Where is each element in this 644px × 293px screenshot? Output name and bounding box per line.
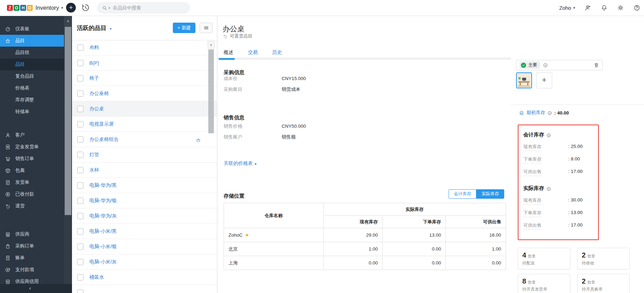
list-item[interactable]: 电脑-小米/灰 xyxy=(72,254,217,270)
sidebar-item[interactable]: 供应商 xyxy=(0,228,64,240)
item-checkbox[interactable] xyxy=(77,290,83,293)
quick-add-button[interactable]: + xyxy=(66,3,76,13)
recent-history-button[interactable] xyxy=(81,3,90,12)
item-name-link[interactable]: 办公桌 xyxy=(89,106,104,112)
item-name-link[interactable]: 办公座椅 xyxy=(89,90,109,97)
list-item[interactable]: 电脑-华为/银 xyxy=(72,193,217,208)
item-name-link[interactable]: 电脑-小米/银 xyxy=(89,244,117,250)
list-item[interactable]: 办公桌 xyxy=(72,101,217,117)
opening-stock-link[interactable]: 期初库存 xyxy=(526,110,545,116)
list-filter-dropdown[interactable]: 活跃的品目 ▾ xyxy=(77,24,112,32)
item-name-link[interactable]: 桶装水 xyxy=(89,274,104,280)
sidebar-item[interactable]: 仪表板 xyxy=(0,23,64,35)
item-checkbox[interactable] xyxy=(77,121,83,127)
item-image-thumbnail[interactable] xyxy=(516,72,532,88)
search-scope-chevron-icon[interactable]: ▾ xyxy=(108,6,110,10)
sidebar-item[interactable]: 采购订单 xyxy=(0,240,64,252)
sidebar-item[interactable]: 发货单 xyxy=(0,176,64,188)
item-checkbox[interactable] xyxy=(77,136,83,143)
item-checkbox[interactable] xyxy=(77,259,83,265)
item-name-link[interactable]: 椅子 xyxy=(89,75,99,81)
item-name-link[interactable]: 灯管 xyxy=(89,152,99,158)
sidebar-item[interactable]: 客户 xyxy=(0,129,64,141)
sidebar-item[interactable]: 品目 xyxy=(0,58,64,70)
item-name-link[interactable]: 电脑-华为/银 xyxy=(89,198,117,204)
item-checkbox[interactable] xyxy=(77,45,83,51)
list-item[interactable]: 办公桌椅组合 xyxy=(72,132,217,147)
list-item[interactable]: 电脑-华为/黑 xyxy=(72,178,217,193)
sidebar-item[interactable]: 价格表 xyxy=(0,82,64,94)
sidebar-item[interactable]: 复合品目 xyxy=(0,70,64,82)
item-checkbox[interactable] xyxy=(77,60,83,66)
sidebar-item[interactable]: 定金发货单 xyxy=(0,141,64,153)
item-checkbox[interactable] xyxy=(77,90,83,97)
list-item[interactable]: 电脑-小米/银 xyxy=(72,239,217,254)
sidebar-scroll-up-button[interactable]: ∧ xyxy=(64,16,72,26)
search-box[interactable]: ▾ xyxy=(97,2,190,13)
item-name-link[interactable]: 电视显示屏 xyxy=(89,121,114,127)
list-item[interactable]: 灯管 xyxy=(72,147,217,163)
sidebar-scrollbar[interactable]: ∧ xyxy=(64,16,72,284)
sidebar-item[interactable]: 销售订单 xyxy=(0,153,64,165)
item-checkbox[interactable] xyxy=(77,228,83,235)
item-checkbox[interactable] xyxy=(77,244,83,250)
item-checkbox[interactable] xyxy=(77,75,83,81)
sidebar-item[interactable]: 库存调整 xyxy=(0,94,64,106)
add-image-button[interactable]: + xyxy=(536,72,552,88)
sidebar-item[interactable]: 支付款项 xyxy=(0,264,64,276)
toggle-accounting-stock[interactable]: 会计库存 xyxy=(449,189,476,199)
list-view-menu-button[interactable] xyxy=(200,23,212,33)
item-name-link[interactable]: 水杯 xyxy=(89,167,99,173)
quantity-card[interactable]: 2数量待开具账单 xyxy=(577,274,630,293)
list-item[interactable]: 办公座椅 xyxy=(72,86,217,101)
info-icon[interactable] xyxy=(546,185,551,191)
sidebar-scrollbar-thumb[interactable] xyxy=(65,27,71,215)
info-icon[interactable] xyxy=(546,132,551,138)
users-button[interactable] xyxy=(584,4,591,11)
list-scroll-up-button[interactable]: ∧ xyxy=(208,41,215,49)
tab-transactions[interactable]: 交易 xyxy=(246,49,260,56)
sidebar-item[interactable]: 已收付款 xyxy=(0,188,64,200)
quantity-card[interactable]: 4数量待配送 xyxy=(518,248,570,269)
sidebar-item[interactable]: 品目 xyxy=(0,35,64,47)
search-input[interactable] xyxy=(112,5,185,11)
item-name-link[interactable]: 办公桌椅组合 xyxy=(89,136,119,143)
item-checkbox[interactable] xyxy=(77,213,83,219)
item-checkbox[interactable] xyxy=(77,198,83,204)
associated-pricelists-link[interactable]: 关联的价格表▸ xyxy=(224,160,257,167)
tab-history[interactable]: 历史 xyxy=(270,49,284,56)
item-checkbox[interactable] xyxy=(77,167,83,173)
item-name-link[interactable]: 电脑-小米/灰 xyxy=(89,259,117,265)
list-item[interactable]: 桶装水 xyxy=(72,270,217,285)
sidebar-collapse-button[interactable]: ‹ xyxy=(0,284,72,293)
quantity-card[interactable]: 8数量待开具发货单 xyxy=(518,274,570,293)
item-name-link[interactable]: 电脑-华为/灰 xyxy=(89,213,117,219)
list-item[interactable]: 电脑-华为/灰 xyxy=(72,208,217,224)
help-button[interactable] xyxy=(633,4,641,11)
org-switcher[interactable]: Zoho ▾ xyxy=(559,5,575,11)
sidebar-item[interactable]: 退货 xyxy=(0,200,64,212)
sidebar-item[interactable]: 转储单 xyxy=(0,106,64,118)
delete-image-button[interactable] xyxy=(594,62,599,68)
notifications-button[interactable] xyxy=(601,4,608,11)
list-item[interactable] xyxy=(72,285,217,293)
list-item[interactable]: 电视显示屏 xyxy=(72,117,217,132)
settings-button[interactable] xyxy=(617,4,624,11)
list-item[interactable]: B(P) xyxy=(72,55,217,71)
item-name-link[interactable]: 布料 xyxy=(89,45,99,51)
sidebar-item[interactable]: 包裹 xyxy=(0,165,64,176)
item-checkbox[interactable] xyxy=(77,274,83,280)
quantity-card[interactable]: 2数量待接收 xyxy=(577,248,630,269)
sidebar-item[interactable]: 账单 xyxy=(0,252,64,264)
item-name-link[interactable]: 电脑-华为/黑 xyxy=(89,182,117,189)
new-item-button[interactable]: + 新建 xyxy=(173,23,195,33)
item-checkbox[interactable] xyxy=(77,182,83,189)
item-name-link[interactable]: 电脑-小米/黑 xyxy=(89,228,117,235)
app-logo[interactable]: ZOHO Inventory ▾ xyxy=(7,0,63,16)
sidebar-item[interactable]: 品目组 xyxy=(0,47,64,58)
list-item[interactable]: 水杯 xyxy=(72,163,217,178)
list-item[interactable]: 椅子 xyxy=(72,71,217,86)
item-checkbox[interactable] xyxy=(77,106,83,112)
item-checkbox[interactable] xyxy=(77,152,83,158)
info-icon[interactable] xyxy=(547,110,552,115)
